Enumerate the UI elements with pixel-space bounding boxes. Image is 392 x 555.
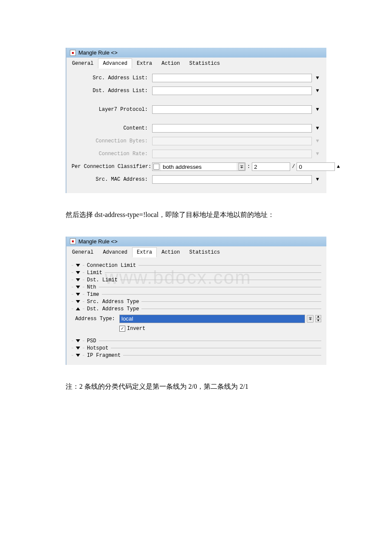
tab-body-extra: www.bdocx.com Connection Limit Limit: [66, 257, 326, 365]
chevron-down-icon: [76, 300, 80, 303]
invert-label: Invert: [127, 326, 145, 332]
address-type-label: Address Type:: [72, 316, 118, 322]
section-hotspot[interactable]: Hotspot: [72, 345, 321, 351]
chevron-down-icon: [76, 347, 80, 350]
pcc-num1-input[interactable]: [252, 162, 290, 171]
section-line-left: [72, 265, 73, 266]
chevron-down-icon: [76, 264, 80, 267]
section-psd[interactable]: PSD: [72, 338, 321, 344]
pcc-selector-dropdown-icon[interactable]: ∓: [238, 163, 245, 171]
section-ip-fragment[interactable]: IP Fragment: [72, 353, 321, 358]
tabs-bar: General Advanced Extra Action Statistics: [66, 58, 326, 69]
tab-extra[interactable]: Extra: [132, 58, 157, 69]
layer7-input[interactable]: [152, 105, 312, 114]
chevron-up-icon: [76, 307, 80, 310]
section-title: Connection Limit: [87, 263, 136, 269]
dst-address-list-label: Dst. Address List:: [72, 88, 150, 94]
section-title: Dst. Limit: [87, 277, 118, 283]
tab-general[interactable]: General: [67, 247, 98, 257]
section-title: Limit: [87, 270, 102, 276]
content-expand-icon[interactable]: ▼: [314, 124, 321, 132]
dst-address-list-expand-icon[interactable]: ▼: [314, 87, 321, 95]
window-icon: ■: [70, 50, 76, 56]
section-title: Time: [87, 292, 99, 298]
tab-action[interactable]: Action: [157, 247, 184, 257]
content-input[interactable]: [152, 124, 312, 133]
section-title: IP Fragment: [87, 353, 121, 358]
section-line-right: [138, 265, 321, 266]
narrative-2: 注：2 条线的分类代码定义是第一条线为 2/0，第二条线为 2/1: [66, 381, 326, 392]
section-connection-limit[interactable]: Connection Limit: [72, 263, 321, 269]
section-nth[interactable]: Nth: [72, 284, 321, 290]
src-address-list-expand-icon[interactable]: ▼: [314, 74, 321, 82]
tab-extra[interactable]: Extra: [132, 247, 157, 257]
src-mac-expand-icon[interactable]: ▼: [314, 176, 321, 183]
tab-body-advanced: Src. Address List: ▼ Dst. Address List: …: [66, 69, 326, 193]
tab-advanced[interactable]: Advanced: [98, 247, 132, 257]
tab-action[interactable]: Action: [157, 58, 184, 69]
tab-general[interactable]: General: [67, 58, 98, 69]
content-label: Content:: [72, 125, 150, 131]
pcc-invert-checkbox[interactable]: [153, 164, 159, 170]
conn-bytes-input: [152, 137, 312, 145]
window-title: Mangle Rule <>: [78, 49, 118, 56]
section-title: PSD: [87, 338, 96, 344]
tab-statistics[interactable]: Statistics: [184, 58, 225, 69]
section-src-address-type[interactable]: Src. Address Type: [72, 299, 321, 305]
chevron-down-icon: [76, 271, 80, 274]
section-title: Hotspot: [87, 345, 108, 351]
tab-statistics[interactable]: Statistics: [184, 247, 225, 257]
titlebar[interactable]: ■ Mangle Rule <>: [66, 237, 326, 246]
section-line-mid: [83, 265, 84, 266]
chevron-down-icon: [76, 286, 80, 289]
address-type-input[interactable]: [119, 315, 305, 323]
section-limit[interactable]: Limit: [72, 270, 321, 276]
conn-bytes-label: Connection Bytes:: [72, 138, 150, 144]
titlebar[interactable]: ■ Mangle Rule <>: [66, 48, 326, 58]
chevron-down-icon: [76, 278, 80, 281]
spin-down-icon[interactable]: ▼: [315, 319, 321, 322]
mangle-rule-window-advanced: ■ Mangle Rule <> General Advanced Extra …: [66, 48, 326, 193]
conn-rate-expand-icon: ▼: [314, 150, 321, 158]
section-title: Src. Address Type: [87, 299, 139, 305]
invert-checkbox[interactable]: ✓: [119, 326, 125, 332]
layer7-label: Layer7 Protocol:: [72, 107, 150, 113]
conn-rate-input: [152, 150, 312, 158]
tab-advanced[interactable]: Advanced: [98, 58, 132, 69]
pcc-colon: :: [247, 164, 250, 170]
conn-bytes-expand-icon: ▼: [314, 137, 321, 145]
chevron-down-icon: [76, 354, 80, 357]
pcc-slash: /: [292, 164, 295, 170]
tabs-bar: General Advanced Extra Action Statistics: [66, 246, 326, 257]
chevron-down-icon: [76, 339, 80, 342]
conn-rate-label: Connection Rate:: [72, 151, 150, 157]
pcc-collapse-icon[interactable]: ▲: [337, 163, 340, 171]
section-dst-address-type-body: Address Type: ∓ ▲ ▼ ✓ Invert: [72, 312, 321, 337]
layer7-expand-icon[interactable]: ▼: [314, 106, 321, 113]
dst-address-list-input[interactable]: [152, 87, 312, 95]
section-title: Dst. Address Type: [87, 306, 139, 312]
section-title: Nth: [87, 284, 96, 290]
mangle-rule-window-extra: ■ Mangle Rule <> General Advanced Extra …: [66, 237, 326, 365]
address-type-spinner[interactable]: ▲ ▼: [315, 315, 321, 322]
pcc-selector-input[interactable]: [161, 163, 236, 171]
spin-up-icon[interactable]: ▲: [315, 315, 321, 318]
pcc-num2-input[interactable]: [297, 162, 335, 171]
src-address-list-input[interactable]: [152, 74, 312, 82]
section-dst-limit[interactable]: Dst. Limit: [72, 277, 321, 283]
pcc-label: Per Connection Classifier:: [72, 164, 150, 170]
src-mac-label: Src. MAC Address:: [72, 176, 150, 182]
window-icon: ■: [70, 238, 76, 244]
window-title: Mangle Rule <>: [78, 238, 118, 245]
section-dst-address-type[interactable]: Dst. Address Type: [72, 306, 321, 312]
src-mac-input[interactable]: [152, 175, 312, 184]
narrative-1: 然后选择 dst-address-type=!local，即除了目标地址是本地以…: [66, 209, 326, 220]
src-address-list-label: Src. Address List:: [72, 75, 150, 81]
section-time[interactable]: Time: [72, 292, 321, 298]
address-type-dropdown-icon[interactable]: ∓: [307, 315, 314, 323]
chevron-down-icon: [76, 293, 80, 296]
